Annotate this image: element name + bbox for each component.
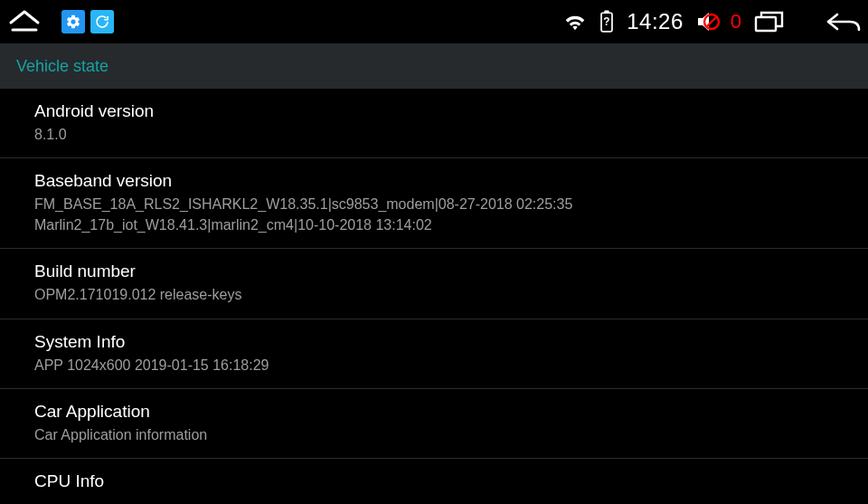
home-icon[interactable]	[7, 8, 42, 35]
status-bar: ? 14:26 0	[0, 0, 868, 43]
item-title: Android version	[34, 101, 834, 121]
item-subtitle: FM_BASE_18A_RLS2_ISHARKL2_W18.35.1|sc985…	[34, 195, 834, 235]
recents-icon[interactable]	[754, 10, 785, 33]
item-title: CPU Info	[34, 471, 834, 491]
list-item-build-number[interactable]: Build number OPM2.171019.012 release-key…	[0, 249, 868, 319]
settings-list: Android version 8.1.0 Baseband version F…	[0, 89, 868, 504]
svg-text:?: ?	[604, 15, 610, 28]
item-title: Baseband version	[34, 171, 834, 191]
item-subtitle: APP 1024x600 2019-01-15 16:18:29	[34, 356, 834, 376]
volume-level-text: 0	[731, 10, 741, 33]
list-item-car-application[interactable]: Car Application Car Application informat…	[0, 389, 868, 459]
clock-text: 14:26	[627, 9, 684, 34]
svg-rect-6	[756, 17, 776, 31]
back-icon[interactable]	[825, 10, 861, 33]
item-title: Car Application	[34, 402, 834, 422]
refresh-icon[interactable]	[90, 10, 114, 33]
item-title: System Info	[34, 332, 834, 352]
section-header: Vehicle state	[0, 43, 868, 89]
list-item-system-info[interactable]: System Info APP 1024x600 2019-01-15 16:1…	[0, 319, 868, 389]
list-item-android-version[interactable]: Android version 8.1.0	[0, 89, 868, 158]
volume-muted-icon[interactable]	[696, 10, 722, 33]
item-subtitle: OPM2.171019.012 release-keys	[34, 285, 834, 305]
settings-icon[interactable]	[61, 10, 85, 33]
section-title: Vehicle state	[16, 57, 108, 76]
battery-unknown-icon: ?	[599, 10, 614, 33]
item-title: Build number	[34, 262, 834, 281]
list-item-baseband-version[interactable]: Baseband version FM_BASE_18A_RLS2_ISHARK…	[0, 158, 868, 249]
wifi-icon	[563, 12, 587, 32]
svg-rect-2	[604, 11, 609, 14]
item-subtitle: Car Application information	[34, 425, 834, 445]
item-subtitle: 8.1.0	[34, 125, 834, 145]
list-item-cpu-info[interactable]: CPU Info	[0, 459, 868, 504]
